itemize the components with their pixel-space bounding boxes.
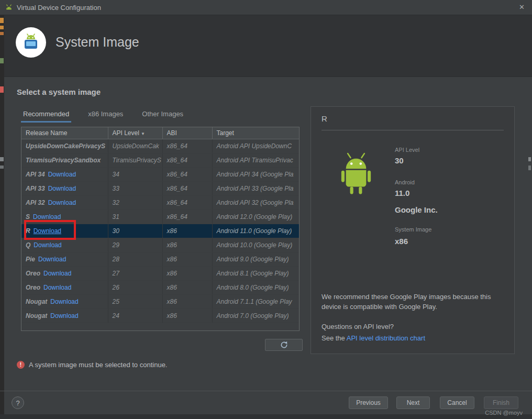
table-row[interactable]: UpsideDownCakePrivacySUpsideDownCakx86_6…: [21, 139, 300, 153]
download-link[interactable]: Download: [43, 270, 71, 277]
table-row[interactable]: QDownload29x86Android 10.0 (Google Play): [21, 238, 300, 252]
tab-bar: Recommended x86 Images Other Images: [21, 107, 200, 124]
abi-cell[interactable]: x86_64: [162, 210, 212, 224]
api-level-cell[interactable]: 31: [108, 210, 162, 224]
api-level-cell[interactable]: 28: [108, 252, 162, 267]
abi-cell[interactable]: x86: [162, 295, 212, 309]
abi-cell[interactable]: x86: [162, 252, 212, 267]
target-cell[interactable]: Android API 33 (Google Pla: [212, 182, 300, 196]
table-row[interactable]: TiramisuPrivacySandboxTiramisuPrivacySx8…: [21, 153, 300, 168]
abi-cell[interactable]: x86: [162, 238, 212, 252]
abi-cell[interactable]: x86_64: [162, 182, 212, 196]
download-link[interactable]: Download: [48, 185, 76, 192]
download-link[interactable]: Download: [34, 227, 61, 235]
abi-cell[interactable]: x86: [162, 224, 212, 238]
release-name-cell[interactable]: TiramisuPrivacySandbox: [21, 153, 108, 168]
target-cell[interactable]: Android 12.0 (Google Play): [212, 210, 300, 224]
api-level-cell[interactable]: 24: [108, 309, 162, 323]
download-link[interactable]: Download: [34, 241, 61, 249]
help-button[interactable]: ?: [12, 396, 24, 409]
column-header-api-level[interactable]: API Level▼: [108, 127, 162, 139]
table-row[interactable]: API 34Download34x86_64Android API 34 (Go…: [21, 168, 300, 182]
table-row[interactable]: OreoDownload26x86Android 8.0 (Google Pla…: [21, 281, 300, 295]
table-row[interactable]: SDownload31x86_64Android 12.0 (Google Pl…: [21, 210, 300, 224]
api-level-cell[interactable]: TiramisuPrivacyS: [108, 153, 162, 168]
abi-cell[interactable]: x86_64: [162, 153, 212, 168]
target-cell[interactable]: Android API 32 (Google Pla: [212, 196, 300, 210]
release-name-cell[interactable]: NougatDownload: [21, 309, 108, 323]
target-cell[interactable]: Android 8.0 (Google Play): [212, 281, 300, 295]
download-link[interactable]: Download: [48, 171, 76, 178]
target-cell[interactable]: Android 7.0 (Google Play): [212, 309, 300, 323]
api-level-cell[interactable]: 32: [108, 196, 162, 210]
api-level-cell[interactable]: 26: [108, 281, 162, 295]
api-level-cell[interactable]: 29: [108, 238, 162, 252]
finish-button[interactable]: Finish: [484, 396, 518, 409]
release-name-cell[interactable]: SDownload: [21, 210, 108, 224]
column-header-release-name[interactable]: Release Name: [21, 127, 108, 139]
api-level-cell[interactable]: 30: [108, 224, 162, 238]
bottom-edge: [0, 414, 532, 419]
column-label: API Level: [113, 129, 139, 137]
api-level-cell[interactable]: 33: [108, 182, 162, 196]
download-link[interactable]: Download: [43, 284, 71, 291]
refresh-button[interactable]: [265, 339, 303, 351]
release-name-cell[interactable]: UpsideDownCakePrivacyS: [21, 139, 108, 153]
column-header-target[interactable]: Target: [212, 127, 300, 139]
target-cell[interactable]: Android 7.1.1 (Google Play: [212, 295, 300, 309]
table-row[interactable]: NougatDownload24x86Android 7.0 (Google P…: [21, 309, 300, 323]
release-name-cell[interactable]: OreoDownload: [21, 281, 108, 295]
table-row[interactable]: OreoDownload27x86Android 8.1 (Google Pla…: [21, 267, 300, 281]
release-name-cell[interactable]: OreoDownload: [21, 267, 108, 281]
release-name-cell[interactable]: API 32Download: [21, 196, 108, 210]
recommendation-text: We recommend these Google Play images be…: [322, 292, 505, 312]
sort-desc-icon: ▼: [141, 131, 145, 136]
dialog-titlebar[interactable]: Virtual Device Configuration ✕: [0, 0, 532, 15]
tab-other-images[interactable]: Other Images: [140, 107, 185, 124]
api-level-distribution-chart-link[interactable]: API level distribution chart: [347, 334, 425, 342]
details-panel: R API Level 30 Android 11.0 Google Inc. …: [311, 106, 515, 354]
column-header-abi[interactable]: ABI: [162, 127, 212, 139]
release-name-cell[interactable]: NougatDownload: [21, 295, 108, 309]
release-name-cell[interactable]: RDownload: [21, 224, 108, 238]
abi-cell[interactable]: x86_64: [162, 196, 212, 210]
target-cell[interactable]: Android 11.0 (Google Play): [212, 224, 300, 238]
abi-cell[interactable]: x86_64: [162, 168, 212, 182]
table-row[interactable]: API 32Download32x86_64Android API 32 (Go…: [21, 196, 300, 210]
release-name-cell[interactable]: PieDownload: [21, 252, 108, 267]
next-button[interactable]: Next: [396, 396, 430, 409]
target-cell[interactable]: Android 9.0 (Google Play): [212, 252, 300, 267]
android-label: Android: [395, 179, 415, 185]
target-cell[interactable]: Android 10.0 (Google Play): [212, 238, 300, 252]
release-name-cell[interactable]: API 33Download: [21, 182, 108, 196]
abi-cell[interactable]: x86: [162, 281, 212, 295]
download-link[interactable]: Download: [50, 298, 78, 305]
release-name-cell[interactable]: API 34Download: [21, 168, 108, 182]
target-cell[interactable]: Android API 34 (Google Pla: [212, 168, 300, 182]
target-cell[interactable]: Android API TiramisuPrivac: [212, 153, 300, 168]
table-row[interactable]: RDownload30x86Android 11.0 (Google Play): [21, 224, 300, 238]
tab-x86-images[interactable]: x86 Images: [86, 107, 125, 124]
table-row[interactable]: API 33Download33x86_64Android API 33 (Go…: [21, 182, 300, 196]
abi-cell[interactable]: x86_64: [162, 139, 212, 153]
table-row[interactable]: NougatDownload25x86Android 7.1.1 (Google…: [21, 295, 300, 309]
api-level-cell[interactable]: 34: [108, 168, 162, 182]
api-level-cell[interactable]: UpsideDownCak: [108, 139, 162, 153]
api-level-cell[interactable]: 25: [108, 295, 162, 309]
close-icon[interactable]: ✕: [519, 3, 525, 11]
api-level-cell[interactable]: 27: [108, 267, 162, 281]
download-link[interactable]: Download: [38, 256, 66, 263]
release-name-cell[interactable]: QDownload: [21, 238, 108, 252]
download-link[interactable]: Download: [33, 213, 61, 220]
target-cell[interactable]: Android 8.1 (Google Play): [212, 267, 300, 281]
tab-recommended[interactable]: Recommended: [21, 107, 71, 124]
target-cell[interactable]: Android API UpsideDownC: [212, 139, 300, 153]
abi-cell[interactable]: x86: [162, 267, 212, 281]
previous-button[interactable]: Previous: [349, 396, 388, 409]
background-window-edge: [0, 15, 4, 419]
download-link[interactable]: Download: [48, 199, 76, 206]
cancel-button[interactable]: Cancel: [440, 396, 474, 409]
abi-cell[interactable]: x86: [162, 309, 212, 323]
download-link[interactable]: Download: [50, 312, 78, 319]
table-row[interactable]: PieDownload28x86Android 9.0 (Google Play…: [21, 252, 300, 267]
